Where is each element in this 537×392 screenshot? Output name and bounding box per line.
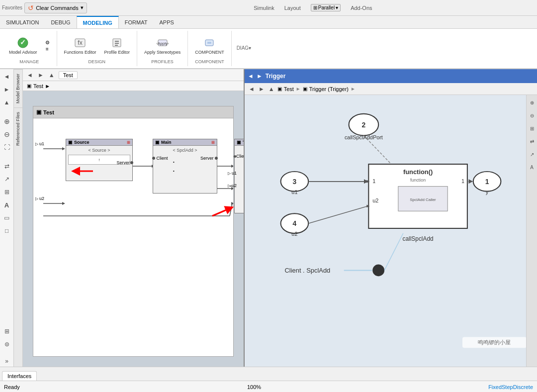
right-breadcrumb-1[interactable]: Test [284,86,294,92]
sidebar-rect-icon[interactable]: ▭ [1,212,12,223]
right-sidebar-controls: ⊕ ⊖ ⊞ ⇄ ↗ A [526,95,537,367]
right-breadcrumb-2[interactable]: Trigger (Trigger) [309,86,349,92]
main-subtitle: < SpclAdd > [155,148,215,153]
canvas-up-btn[interactable]: ▲ [48,72,56,79]
layout-nav[interactable]: Layout [284,5,301,11]
tab-debug[interactable]: DEBUG [45,16,76,28]
clear-commands-button[interactable]: ↺ Clear Commands ▾ [24,2,87,13]
right-ctrl-6[interactable]: A [527,162,537,173]
sidebar-network-icon[interactable]: ⊜ [1,339,12,350]
tab-modeling[interactable]: MODELING [77,16,119,28]
main-block[interactable]: ▣ Main ⊞ < SpclAdd > Client Server [153,139,217,194]
svg-marker-13 [62,147,65,150]
u1-arrow: ▷ [35,142,38,146]
simulink-nav[interactable]: Simulink [254,5,274,11]
component-label: COMPONENT [195,50,224,55]
interfaces-tab[interactable]: Interfaces [2,371,37,381]
main-center-dot: • [173,160,175,164]
canvas-white-area: ▣ Test [33,106,234,357]
ribbon-content: ✓ Model Advisor ⚙ ≡ MANAGE fx Functions … [0,29,537,69]
breadcrumb-icon-right: ▣ [277,86,282,92]
svg-text:function: function [410,178,426,183]
u1-label-left: u1 [39,141,44,146]
svg-line-51 [308,206,367,223]
sidebar-link-icon[interactable]: ⇄ [1,161,12,172]
source-subtitle: < Source > [68,148,130,153]
sidebar-select-icon[interactable]: □ [1,225,12,236]
apply-stereotypes-button[interactable]: «Apply» Apply Stereotypes [141,35,183,57]
canvas-forward-btn[interactable]: ► [37,72,45,79]
left-sidebar: ◄ ► ▲ ⊕ ⊖ ⛶ ⇄ ↗ ⊞ A ▭ □ ⊞ ⊜ » [0,69,14,367]
sidebar-zoom-out-icon[interactable]: ⊖ [1,129,12,140]
profile-editor-button[interactable]: Profile Editor [101,35,133,57]
ready-label: Ready [4,384,20,390]
tab-simulation[interactable]: SIMULATION [0,16,45,28]
trigger-subtitle: < Trigger > [237,148,244,153]
top-nav-area: Simulink Layout ⊞ Parallel ▾ Add-Ons [91,4,535,11]
sidebar-arrow-icon[interactable]: ↗ [1,174,12,185]
svg-text:callSpclAddPort: callSpclAddPort [345,134,383,140]
sidebar-grid-icon[interactable]: ⊞ [1,326,12,337]
red-arrow-2 [207,203,237,219]
apply-stereotypes-label: Apply Stereotypes [144,50,180,55]
u2-port-in: ▷ u2 [35,196,44,201]
component-icon [203,37,215,49]
trigger-block-left[interactable]: ▣ Trigger ⊞ < Trigger > Client ▷ [234,139,244,213]
trigger-client-label: Client [236,154,244,159]
svg-text:«Apply»: «Apply» [157,41,169,46]
model-advisor-icon: ✓ [17,37,29,49]
right-ctrl-5[interactable]: ↗ [527,149,537,160]
right-nav-forward[interactable]: ► [258,86,266,93]
parallel-icon: ⊞ [313,5,317,10]
model-advisor-button[interactable]: ✓ Model Advisor [6,35,40,57]
sidebar-zoom-in-icon[interactable]: ⊕ [1,116,12,127]
right-ctrl-1[interactable]: ⊕ [527,97,537,108]
right-forward-btn[interactable]: ► [257,73,263,80]
sidebar-up-icon[interactable]: ▲ [1,97,12,108]
main-block-body: < SpclAdd > Client Server • • [153,146,217,186]
parallel-button[interactable]: ⊞ Parallel ▾ [311,4,341,11]
ribbon-group-component: COMPONENT COMPONENT [188,31,232,66]
top-bar-left: Favorites ↺ Clear Commands ▾ [2,2,87,13]
manage-dropdown-button[interactable]: ⚙ ≡ [42,38,53,54]
clear-commands-label: Clear Commands [36,5,79,11]
right-nav-back[interactable]: ◄ [248,86,256,93]
test-titlebar: ▣ Test [33,106,233,118]
sidebar-back-icon[interactable]: ◄ [1,71,12,82]
breadcrumb-test[interactable]: Test ► [33,83,50,89]
svg-marker-22 [62,202,65,205]
sidebar-forward-icon[interactable]: ► [1,84,12,95]
right-ctrl-4[interactable]: ⇄ [527,136,537,147]
ribbon-group-profiles: «Apply» Apply Stereotypes PROFILES [137,31,188,66]
u2-label-left: u2 [39,196,44,201]
svg-text:u2: u2 [372,197,378,203]
tab-apps[interactable]: APPS [153,16,179,28]
top-toolbar: Favorites ↺ Clear Commands ▾ Simulink La… [0,0,537,16]
ribbon-group-design: fx Functions Editor Profile Editor DESIG… [57,31,138,66]
sidebar-fit-icon[interactable]: ⛶ [1,142,12,153]
svg-text:function(): function() [403,168,433,176]
sidebar-text-icon[interactable]: A [1,199,12,210]
main-port-in-label: Client [157,156,168,161]
source-corner-icon: ⊞ [127,140,130,145]
right-ctrl-2[interactable]: ⊖ [527,110,537,121]
right-panel-titlebar: ◄ ► Trigger [245,69,537,83]
sidebar-more-icon[interactable]: » [1,356,12,367]
sidebar-image-icon[interactable]: ⊞ [1,187,12,197]
functions-editor-button[interactable]: fx Functions Editor [61,35,99,57]
canvas-tab-label[interactable]: Test [59,71,78,79]
right-panel: ◄ ► Trigger ◄ ► ▲ ▣ Test ► ▣ Trigger (Tr… [244,69,537,367]
clear-icon: ↺ [28,4,34,12]
addons-nav[interactable]: Add-Ons [351,5,372,11]
right-nav-up[interactable]: ▲ [268,86,275,93]
tab-format[interactable]: FORMAT [119,16,154,28]
u1-port-in: ▷ u1 [35,141,44,146]
component-button[interactable]: COMPONENT [192,35,227,57]
vtab-referenced-files[interactable]: Referenced Files [14,107,22,150]
canvas-back-btn[interactable]: ◄ [26,72,34,79]
right-back-btn[interactable]: ◄ [248,73,254,80]
ribbon-area: SIMULATION DEBUG MODELING FORMAT APPS ✓ … [0,16,537,69]
right-ctrl-3[interactable]: ⊞ [527,123,537,134]
vtab-model-browser[interactable]: Model Browser [14,69,22,107]
left-canvas-main[interactable]: ▣ Test [23,91,244,367]
